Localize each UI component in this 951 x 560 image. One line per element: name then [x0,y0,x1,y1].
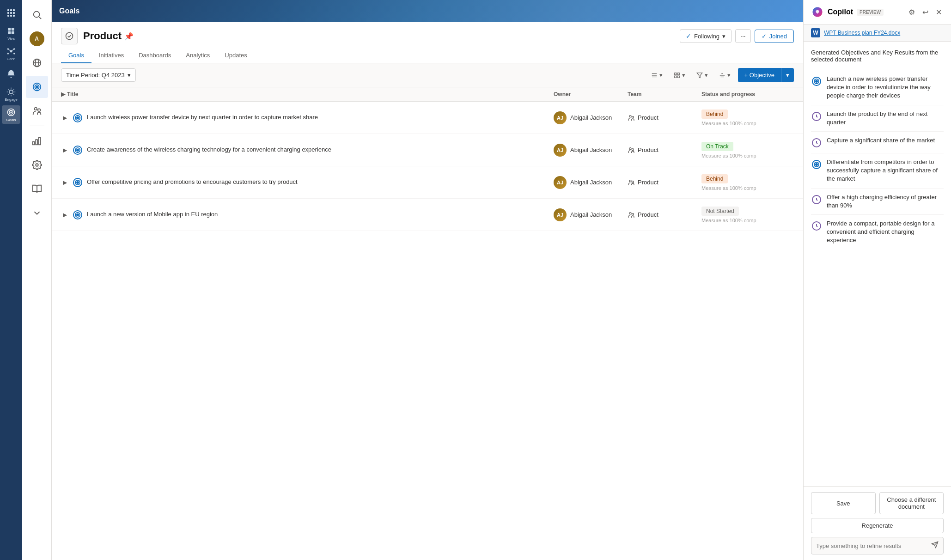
title-cell-3: ▶ Offer competitive pricing and promotio… [61,171,554,194]
svg-line-10 [11,49,14,51]
regenerate-button[interactable]: Regenerate [811,518,944,533]
copilot-intro: Generated Objectives and Key Results fro… [811,49,944,63]
svg-point-62 [816,80,817,82]
expand-btn-4[interactable]: ▶ [61,211,68,219]
sidebar-globe[interactable] [26,52,48,74]
add-objective-main[interactable]: + Objective [738,68,781,82]
group-btn[interactable]: ▾ [715,69,734,81]
main-area: Goals Product 📌 ✓ Following [52,0,803,560]
col-header-status: Status and progress [701,91,794,97]
title-cell-2: ▶ Create awareness of the wireless charg… [61,139,554,161]
table-header: ▶ Title Owner Team Status and progress [52,87,803,102]
copilot-title: Copilot PREVIEW [811,6,884,18]
copilot-item-text-5: Offer a high charging efficiency of grea… [827,193,944,210]
svg-rect-32 [674,73,676,74]
copilot-back-button[interactable]: ↩ [921,6,930,18]
svg-point-23 [37,109,40,111]
expand-btn-3[interactable]: ▶ [61,179,68,186]
time-period-button[interactable]: Time Period: Q4 2023 ▾ [61,68,136,82]
team-cell-4: Product [628,211,701,219]
measure-text-2: Measure as 100% comp [701,153,794,158]
tab-goals[interactable]: Goals [61,48,91,63]
svg-point-58 [629,212,631,214]
nav-connections[interactable]: Conn [2,44,20,63]
title-text-1: Launch wireless power transfer device by… [87,113,318,122]
copilot-logo-icon [811,6,824,18]
copilot-content: Generated Objectives and Key Results fro… [804,42,951,486]
more-button[interactable]: ··· [735,29,751,43]
svg-point-47 [77,149,79,151]
tab-analytics[interactable]: Analytics [178,48,217,63]
svg-rect-3 [12,31,14,34]
nav-rail: Viva Conn Engage Goals [0,0,22,560]
svg-point-21 [36,86,38,88]
sidebar-avatar[interactable]: A [26,28,48,50]
tab-dashboards[interactable]: Dashboards [131,48,178,63]
svg-point-54 [632,181,634,183]
filter-btn[interactable]: ▾ [693,69,712,81]
sidebar-goals[interactable] [26,76,48,98]
toolbar-right: ▾ ▾ ▾ ▾ + Objective ▾ [647,68,794,82]
expand-btn-2[interactable]: ▶ [61,146,68,154]
nav-viva[interactable]: Viva [2,24,20,43]
copilot-settings-button[interactable]: ⚙ [907,6,917,18]
copilot-doc-ref: W WPT Business plan FY24.docx [804,24,951,42]
svg-rect-33 [677,73,679,74]
svg-point-8 [13,53,15,54]
sidebar-search[interactable] [26,4,48,26]
nav-goals[interactable]: Goals [2,105,20,124]
status-cell-4: Not Started Measure as 100% comp [701,207,794,223]
measure-text-1: Measure as 100% comp [701,121,794,126]
nav-grid-button[interactable] [2,4,20,22]
send-button[interactable] [931,541,939,550]
add-objective-button[interactable]: + Objective ▾ [738,68,794,82]
doc-name[interactable]: WPT Business plan FY24.docx [824,30,900,36]
svg-point-53 [629,180,631,182]
header-title: Goals [59,7,79,15]
save-button[interactable]: Save [811,492,876,514]
sidebar-insights[interactable] [26,130,48,152]
nav-viva-label: Viva [7,37,14,41]
copilot-item-text-6: Provide a compact, portable design for a… [827,219,944,245]
view-btn-2[interactable]: ▾ [670,69,689,81]
expand-btn-1[interactable]: ▶ [61,114,68,122]
tab-updates[interactable]: Updates [217,48,254,63]
nav-engage[interactable]: Engage [2,85,20,103]
goals-table: ▶ Title Owner Team Status and progress ▶ [52,87,803,560]
sidebar-expand[interactable] [26,202,48,224]
copilot-footer: Save Choose a different document Regener… [804,486,951,560]
copilot-close-button[interactable]: ✕ [934,6,944,18]
sidebar-learning[interactable] [26,178,48,200]
time-period-chevron-icon: ▾ [128,72,131,79]
product-header: Product 📌 ✓ Following ▾ ··· ✓ Joined [52,22,803,63]
svg-rect-25 [36,140,37,145]
sidebar: A [22,0,52,560]
product-tabs: Goals Initiatives Dashboards Analytics U… [61,48,794,63]
owner-cell-4: AJ Abigail Jackson [554,208,628,221]
svg-point-13 [10,111,12,113]
status-badge-4: Not Started [701,207,739,216]
svg-marker-36 [697,73,702,78]
svg-point-43 [629,115,631,117]
sidebar-settings[interactable] [26,154,48,176]
sidebar-people[interactable] [26,100,48,122]
add-objective-caret[interactable]: ▾ [781,68,794,82]
measure-text-4: Measure as 100% comp [701,218,794,223]
table-row: ▶ Launch wireless power transfer device … [52,102,803,134]
preview-badge: PREVIEW [857,9,884,16]
owner-cell-2: AJ Abigail Jackson [554,144,628,157]
nav-bell[interactable] [2,65,20,83]
copilot-item-icon-4 [811,159,822,170]
owner-avatar-3: AJ [554,176,567,189]
title-cell-4: ▶ Launch a new version of Mobile app in … [61,204,554,226]
following-button[interactable]: ✓ Following ▾ [680,29,732,43]
copilot-input-area [811,537,944,554]
tab-initiatives[interactable]: Initiatives [91,48,131,63]
svg-line-9 [8,49,11,51]
status-badge-3: Behind [701,174,728,183]
choose-doc-button[interactable]: Choose a different document [879,492,944,514]
copilot-input[interactable] [816,542,927,549]
joined-button[interactable]: ✓ Joined [755,30,794,43]
svg-point-42 [77,117,79,119]
view-btn-1[interactable]: ▾ [647,69,666,81]
